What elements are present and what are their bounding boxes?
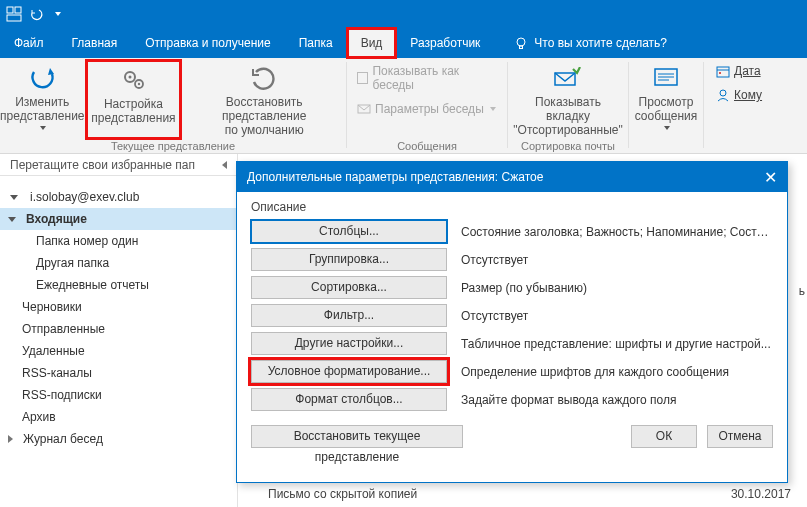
dialog-option-button[interactable]: Столбцы... bbox=[251, 220, 447, 243]
folder-label: Архив bbox=[22, 410, 56, 424]
dialog-option-button[interactable]: Другие настройки... bbox=[251, 332, 447, 355]
folder-label: Ежедневные отчеты bbox=[36, 278, 149, 292]
restore-view-button[interactable]: Восстановить текущее представление bbox=[251, 425, 463, 448]
svg-point-6 bbox=[129, 76, 132, 79]
folder-label: Черновики bbox=[22, 300, 82, 314]
change-view-button[interactable]: Изменить представление bbox=[1, 62, 84, 137]
tab-folder[interactable]: Папка bbox=[285, 28, 347, 58]
qat-dropdown-icon[interactable] bbox=[50, 6, 66, 22]
folder-item[interactable]: Архив bbox=[0, 406, 237, 428]
dialog-option-desc: Размер (по убыванию) bbox=[461, 281, 773, 295]
undo-icon[interactable] bbox=[28, 6, 44, 22]
ribbon: Изменить представление Настройка предста… bbox=[0, 58, 807, 154]
chevron-down-icon bbox=[490, 107, 496, 111]
dialog-option-button[interactable]: Группировка... bbox=[251, 248, 447, 271]
svg-point-8 bbox=[138, 83, 140, 85]
arrange-by-date-button[interactable]: Дата bbox=[712, 62, 765, 80]
folder-item[interactable]: Удаленные bbox=[0, 340, 237, 362]
group-label-sort: Сортировка почты bbox=[508, 140, 628, 152]
folder-item[interactable]: Входящие bbox=[0, 208, 237, 230]
tab-sendreceive[interactable]: Отправка и получение bbox=[131, 28, 284, 58]
account-header[interactable]: i.solobay@exev.club bbox=[0, 186, 237, 208]
ribbon-tabs: Файл Главная Отправка и получение Папка … bbox=[0, 28, 807, 58]
folder-item[interactable]: Другая папка bbox=[0, 252, 237, 274]
advanced-view-settings-dialog: Дополнительные параметры представления: … bbox=[236, 161, 788, 483]
tab-developer[interactable]: Разработчик bbox=[396, 28, 494, 58]
folder-label: Отправленные bbox=[22, 322, 105, 336]
svg-rect-15 bbox=[717, 67, 729, 77]
folder-list: ВходящиеПапка номер одинДругая папкаЕжед… bbox=[0, 208, 237, 507]
gear-icon bbox=[117, 64, 149, 96]
chevron-left-icon[interactable] bbox=[222, 161, 227, 169]
favorites-bar[interactable]: Перетащите свои избранные пап bbox=[0, 154, 237, 176]
dialog-option-row: Условное форматирование...Определение шр… bbox=[251, 360, 773, 383]
dialog-option-desc: Отсутствует bbox=[461, 309, 773, 323]
calendar-icon bbox=[716, 64, 730, 78]
svg-rect-4 bbox=[520, 46, 523, 49]
folder-label: RSS-подписки bbox=[22, 388, 102, 402]
folder-label: RSS-каналы bbox=[22, 366, 92, 380]
close-icon[interactable]: ✕ bbox=[764, 168, 777, 187]
folder-item[interactable]: Папка номер один bbox=[0, 230, 237, 252]
message-preview-button[interactable]: Просмотр сообщения bbox=[630, 62, 702, 130]
folder-label: Другая папка bbox=[36, 256, 109, 270]
svg-rect-1 bbox=[15, 7, 21, 13]
svg-rect-17 bbox=[719, 72, 721, 74]
show-focused-tab-button[interactable]: Показывать вкладку "Отсортированные" bbox=[513, 62, 622, 137]
message-row[interactable]: Письмо со скрытой копией 30.10.2017 bbox=[268, 487, 791, 501]
dialog-option-row: Столбцы...Состояние заголовка; Важность;… bbox=[251, 220, 773, 243]
change-view-icon bbox=[26, 62, 58, 94]
dialog-option-desc: Определение шрифтов для каждого сообщени… bbox=[461, 365, 773, 379]
folder-item[interactable]: Отправленные bbox=[0, 318, 237, 340]
dialog-option-row: Формат столбцов...Задайте формат вывода … bbox=[251, 388, 773, 411]
dialog-option-desc: Табличное представление: шрифты и другие… bbox=[461, 337, 773, 351]
quick-access-toolbar bbox=[0, 0, 807, 28]
folder-label: Удаленные bbox=[22, 344, 85, 358]
dialog-option-button[interactable]: Сортировка... bbox=[251, 276, 447, 299]
ok-button[interactable]: ОК bbox=[631, 425, 697, 448]
tell-me[interactable]: Что вы хотите сделать? bbox=[500, 28, 681, 58]
svg-point-18 bbox=[720, 90, 726, 96]
view-settings-button[interactable]: Настройка представления bbox=[88, 62, 179, 137]
folder-item[interactable]: Черновики bbox=[0, 296, 237, 318]
folder-item[interactable]: Журнал бесед bbox=[0, 428, 237, 450]
dialog-option-row: Другие настройки...Табличное представлен… bbox=[251, 332, 773, 355]
group-label-current-view: Текущее представление bbox=[0, 140, 346, 152]
focused-icon bbox=[552, 62, 584, 94]
section-label: Описание bbox=[251, 200, 773, 214]
dialog-option-button[interactable]: Условное форматирование... bbox=[251, 360, 447, 383]
caret-open-icon bbox=[10, 195, 18, 200]
conversation-settings-button: Параметры беседы bbox=[353, 100, 500, 118]
tab-file[interactable]: Файл bbox=[0, 28, 58, 58]
dialog-option-desc: Состояние заголовка; Важность; Напоминан… bbox=[461, 225, 773, 239]
message-date: 30.10.2017 bbox=[731, 487, 791, 501]
tab-home[interactable]: Главная bbox=[58, 28, 132, 58]
chevron-down-icon bbox=[40, 126, 46, 130]
folder-item[interactable]: RSS-каналы bbox=[0, 362, 237, 384]
dialog-title: Дополнительные параметры представления: … bbox=[247, 170, 543, 184]
conversation-icon bbox=[357, 102, 371, 116]
bulb-icon bbox=[514, 36, 528, 50]
group-label-messages: Сообщения bbox=[347, 140, 507, 152]
dialog-option-row: Группировка...Отсутствует bbox=[251, 248, 773, 271]
dialog-option-row: Фильтр...Отсутствует bbox=[251, 304, 773, 327]
dialog-option-button[interactable]: Формат столбцов... bbox=[251, 388, 447, 411]
arrange-by-to-button[interactable]: Кому bbox=[712, 86, 766, 104]
tell-me-label: Что вы хотите сделать? bbox=[534, 28, 667, 58]
dialog-option-row: Сортировка...Размер (по убыванию) bbox=[251, 276, 773, 299]
folder-item[interactable]: Ежедневные отчеты bbox=[0, 274, 237, 296]
dialog-option-desc: Отсутствует bbox=[461, 253, 773, 267]
svg-rect-0 bbox=[7, 7, 13, 13]
person-icon bbox=[716, 88, 730, 102]
show-as-conversations-checkbox: Показывать как беседы bbox=[353, 62, 501, 94]
folder-label: Папка номер один bbox=[36, 234, 138, 248]
cancel-button[interactable]: Отмена bbox=[707, 425, 773, 448]
dialog-option-button[interactable]: Фильтр... bbox=[251, 304, 447, 327]
tab-view[interactable]: Вид bbox=[347, 28, 397, 58]
folder-label: Входящие bbox=[26, 212, 87, 226]
folder-label: Журнал бесед bbox=[23, 432, 103, 446]
folder-item[interactable]: RSS-подписки bbox=[0, 384, 237, 406]
reset-view-button[interactable]: Восстановить представление по умолчанию bbox=[183, 62, 345, 137]
dialog-option-desc: Задайте формат вывода каждого поля bbox=[461, 393, 773, 407]
truncated-text: ь bbox=[799, 284, 805, 298]
